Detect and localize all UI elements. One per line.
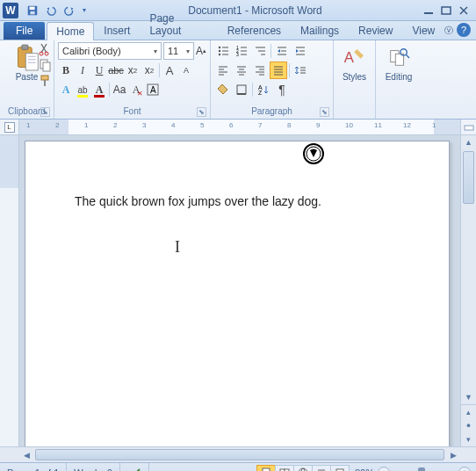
zoom-in-button[interactable]: + [458, 467, 471, 472]
subscript-button[interactable]: x2 [125, 62, 141, 79]
minimize-button[interactable] [422, 4, 436, 17]
editing-label: Editing [386, 72, 413, 82]
horizontal-scroll-thumb[interactable] [35, 449, 444, 460]
strikethrough-button[interactable]: abc [108, 62, 124, 79]
zoom-slider-thumb[interactable] [418, 467, 425, 472]
shading-button[interactable] [214, 81, 232, 98]
ruler-toggle-button[interactable] [460, 120, 476, 134]
text-cursor-icon: I [175, 238, 180, 257]
align-left-button[interactable] [214, 62, 232, 79]
tab-page-layout[interactable]: Page Layout [140, 9, 217, 40]
change-case-button[interactable]: Aa [112, 81, 127, 98]
full-screen-view-button[interactable] [275, 465, 294, 472]
bullets-button[interactable] [214, 42, 232, 60]
scroll-right-button[interactable]: ▶ [446, 447, 460, 462]
italic-button[interactable]: I [75, 62, 90, 79]
vertical-ruler[interactable] [0, 135, 19, 446]
svg-rect-6 [21, 45, 27, 49]
superscript-button[interactable]: x2 [141, 62, 157, 79]
vertical-scroll-thumb[interactable] [463, 151, 474, 204]
page-status[interactable]: Page: 1 of 1 [0, 463, 67, 471]
outline-view-button[interactable] [312, 465, 331, 472]
tab-review[interactable]: Review [349, 21, 402, 40]
redo-button[interactable] [61, 3, 77, 18]
justify-button[interactable] [270, 62, 287, 79]
line-spacing-button[interactable] [292, 62, 309, 79]
web-layout-view-button[interactable] [293, 465, 313, 472]
tab-file[interactable]: File [4, 22, 45, 40]
svg-rect-15 [41, 76, 48, 80]
paragraph-launcher[interactable]: ⬊ [320, 107, 329, 117]
borders-button[interactable] [233, 81, 250, 98]
grow-font-button-2[interactable]: A [162, 62, 177, 79]
undo-button[interactable] [43, 3, 59, 18]
zoom-out-button[interactable]: − [378, 467, 390, 472]
tab-insert[interactable]: Insert [94, 21, 140, 40]
next-page-button[interactable]: ▾ [461, 432, 476, 446]
tab-home[interactable]: Home [47, 22, 94, 40]
show-marks-button[interactable]: ¶ [273, 81, 291, 98]
shrink-font-button[interactable]: A [178, 62, 194, 79]
copy-button[interactable] [38, 58, 52, 72]
cut-button[interactable] [38, 42, 52, 56]
window-title: Document1 - Microsoft Word [89, 4, 422, 17]
scroll-left-button[interactable]: ◀ [19, 447, 33, 462]
increase-indent-button[interactable] [292, 42, 309, 60]
styles-button[interactable]: A Styles [339, 42, 370, 85]
numbering-button[interactable]: 123 [233, 42, 250, 60]
grow-font-button[interactable]: A▴ [196, 42, 206, 60]
page[interactable]: The quick brown fox jumps over the lazy … [25, 141, 450, 446]
tab-selector[interactable]: L [0, 120, 19, 134]
horizontal-scroll-track[interactable] [33, 447, 446, 462]
document-text[interactable]: The quick brown fox jumps over the lazy … [75, 194, 400, 208]
help-button[interactable]: ? [457, 23, 471, 37]
multilevel-list-button[interactable] [251, 42, 269, 60]
vertical-scroll-track[interactable] [461, 149, 476, 390]
svg-point-21 [219, 50, 220, 52]
align-right-button[interactable] [251, 62, 269, 79]
maximize-button[interactable] [439, 4, 453, 17]
tab-mailings[interactable]: Mailings [291, 21, 349, 40]
font-size-combo[interactable]: 11▾ [163, 42, 194, 60]
font-name-combo[interactable]: Calibri (Body)▾ [58, 42, 162, 60]
character-shading-button[interactable]: A [145, 81, 161, 98]
clipboard-launcher[interactable]: ⬊ [40, 107, 50, 117]
underline-button[interactable]: U [91, 62, 107, 79]
previous-page-button[interactable]: ▴ [461, 404, 476, 418]
close-button[interactable] [457, 4, 471, 17]
scroll-down-button[interactable]: ▼ [461, 390, 476, 404]
clear-formatting-button[interactable]: A✕ [128, 81, 144, 98]
svg-rect-68 [465, 126, 473, 130]
align-center-button[interactable] [233, 62, 250, 79]
document-viewport[interactable]: The quick brown fox jumps over the lazy … [19, 135, 460, 446]
print-layout-view-button[interactable] [256, 465, 276, 472]
proofing-status[interactable] [120, 463, 149, 471]
tab-references[interactable]: References [218, 21, 291, 40]
tab-view[interactable]: View [402, 21, 444, 40]
draft-view-button[interactable] [330, 465, 350, 472]
zoom-level[interactable]: 86% [355, 467, 374, 472]
ribbon: Paste Clipboard⬊ Calibri (Body)▾ 11▾ A▴ … [0, 40, 476, 120]
font-color-button[interactable]: A [91, 81, 107, 98]
save-button[interactable] [25, 3, 40, 18]
browse-object-button[interactable]: ● [461, 418, 476, 432]
ruler-tick: 2 [113, 121, 117, 129]
bold-button[interactable]: B [58, 62, 74, 79]
scroll-up-button[interactable]: ▲ [461, 135, 476, 149]
svg-rect-59 [237, 85, 246, 94]
word-count[interactable]: Words: 9 [67, 463, 120, 471]
editing-button[interactable]: Editing [382, 42, 416, 85]
minimize-ribbon-button[interactable]: ⓥ [444, 25, 453, 37]
qat-customize-button[interactable]: ▾ [80, 3, 89, 18]
text-effects-button[interactable]: A [58, 81, 74, 98]
font-launcher[interactable]: ⬊ [197, 107, 206, 117]
format-painter-button[interactable] [38, 74, 52, 88]
svg-point-23 [219, 54, 220, 55]
decrease-indent-button[interactable] [273, 42, 291, 60]
svg-rect-7 [25, 54, 38, 70]
horizontal-ruler[interactable]: 121234567891011121 [19, 120, 460, 134]
svg-line-67 [406, 54, 409, 58]
sort-button[interactable]: AZ [255, 81, 272, 98]
highlight-button[interactable]: ab [75, 81, 90, 98]
ruler-tick: 8 [287, 121, 291, 129]
